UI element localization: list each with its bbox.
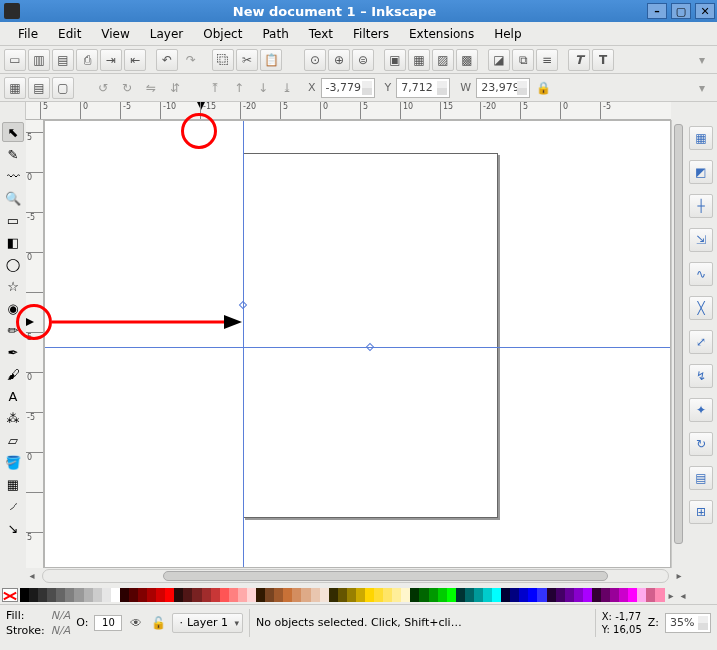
zoom-page-button[interactable]: ⊜ [352,49,374,71]
swatch[interactable] [38,588,47,602]
snap-bbox[interactable]: ◩ [689,160,713,184]
y-input[interactable]: 7,712 [396,78,450,98]
swatch[interactable] [174,588,183,602]
maximize-button[interactable]: ▢ [671,3,691,19]
swatch[interactable] [192,588,201,602]
deselect-button[interactable]: ▢ [52,77,74,99]
lock-aspect-button[interactable]: 🔒 [532,77,554,99]
swatch[interactable] [338,588,347,602]
group-button[interactable]: ▩ [456,49,478,71]
rect-tool[interactable]: ▭ [2,210,24,230]
w-input[interactable]: 23,979 [476,78,530,98]
swatch[interactable] [537,588,546,602]
menu-path[interactable]: Path [252,24,298,44]
tweak-tool[interactable]: 〰 [2,166,24,186]
swatch[interactable] [274,588,283,602]
star-tool[interactable]: ☆ [2,276,24,296]
toolbar2-overflow[interactable]: ▾ [691,77,713,99]
menu-object[interactable]: Object [193,24,252,44]
snap-cusp[interactable]: ⤢ [689,330,713,354]
snap-nodes[interactable]: ┼ [689,194,713,218]
menu-extensions[interactable]: Extensions [399,24,484,44]
swatch[interactable] [183,588,192,602]
swatch[interactable] [220,588,229,602]
swatch[interactable] [292,588,301,602]
undo-button[interactable]: ↶ [156,49,178,71]
spiral-tool[interactable]: ◉ [2,298,24,318]
snap-grid[interactable]: ⊞ [689,500,713,524]
swatch[interactable] [374,588,383,602]
rotate-cw-button[interactable]: ↻ [116,77,138,99]
swatch[interactable] [583,588,592,602]
swatch[interactable] [256,588,265,602]
menu-text[interactable]: Text [299,24,343,44]
eraser-tool[interactable]: ▱ [2,430,24,450]
calligraphy-tool[interactable]: 🖌 [2,364,24,384]
menu-edit[interactable]: Edit [48,24,91,44]
swatch[interactable] [474,588,483,602]
swatch[interactable] [247,588,256,602]
swatch[interactable] [283,588,292,602]
swatch[interactable] [320,588,329,602]
snap-center[interactable]: ✦ [689,398,713,422]
swatch[interactable] [211,588,220,602]
swatch[interactable] [574,588,583,602]
swatch[interactable] [483,588,492,602]
cut-button[interactable]: ✂ [236,49,258,71]
swatch[interactable] [65,588,74,602]
swatch[interactable] [492,588,501,602]
swatch[interactable] [547,588,556,602]
palette-menu[interactable]: ◂ [677,590,689,601]
3dbox-tool[interactable]: ◧ [2,232,24,252]
flip-h-button[interactable]: ⇋ [140,77,162,99]
swatch[interactable] [111,588,120,602]
zoom-input[interactable]: 35% [665,613,711,633]
swatch[interactable] [510,588,519,602]
swatch[interactable] [20,588,29,602]
snap-alignment[interactable]: ⇲ [689,228,713,252]
flip-v-button[interactable]: ⇵ [164,77,186,99]
scrollbar-vertical[interactable] [671,120,685,568]
swatch[interactable] [202,588,211,602]
swatch[interactable] [47,588,56,602]
node-tool[interactable]: ✎ [2,144,24,164]
swatch[interactable] [29,588,38,602]
ruler-horizontal[interactable]: 50-5-10-15-205051015-2050-5 [26,102,671,120]
pencil-tool[interactable]: ✏ [2,320,24,340]
swatch[interactable] [447,588,456,602]
text-dialog-button[interactable]: T [568,49,590,71]
swatch[interactable] [501,588,510,602]
zoom-tool[interactable]: 🔍 [2,188,24,208]
swatch[interactable] [365,588,374,602]
prefs-button[interactable]: T [592,49,614,71]
swatch[interactable] [519,588,528,602]
spray-tool[interactable]: ⁂ [2,408,24,428]
swatch[interactable] [401,588,410,602]
swatch[interactable] [556,588,565,602]
menu-file[interactable]: File [8,24,48,44]
import-button[interactable]: ⇥ [100,49,122,71]
swatch[interactable] [93,588,102,602]
canvas[interactable] [44,120,671,568]
fill-stroke-button[interactable]: ◪ [488,49,510,71]
swatch[interactable] [429,588,438,602]
visibility-icon[interactable]: 👁 [128,615,144,631]
text-tool[interactable]: A [2,386,24,406]
swatch[interactable] [238,588,247,602]
snap-smooth[interactable]: ↯ [689,364,713,388]
swatch[interactable] [102,588,111,602]
menu-view[interactable]: View [91,24,139,44]
unlink-button[interactable]: ▨ [432,49,454,71]
snap-page[interactable]: ▤ [689,466,713,490]
swatch[interactable] [329,588,338,602]
select-all-button[interactable]: ▦ [4,77,26,99]
save-button[interactable]: ▤ [52,49,74,71]
print-button[interactable]: ⎙ [76,49,98,71]
snap-enable[interactable]: ▦ [689,126,713,150]
redo-button[interactable]: ↷ [180,49,202,71]
swatch[interactable] [165,588,174,602]
copy-button[interactable]: ⿻ [212,49,234,71]
swatch[interactable] [410,588,419,602]
swatch[interactable] [229,588,238,602]
xml-button[interactable]: ⧉ [512,49,534,71]
